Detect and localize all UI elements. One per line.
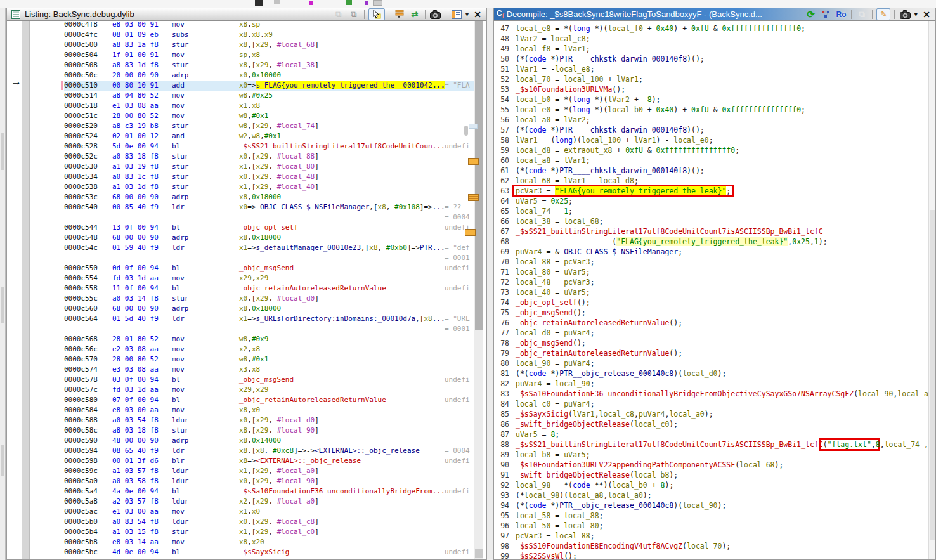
listing-row[interactable]: 0000c574e3 03 08 aamovx3,x8 [64, 365, 475, 375]
decompile-line[interactable]: 70local_88 = pcVar3; [494, 257, 929, 267]
decompile-line[interactable]: 48lVar2 = local_c8; [494, 34, 929, 44]
decompile-line[interactable]: 53_$s10Foundation3URLVMa(); [494, 84, 929, 94]
listing-row[interactable]: 0000c5a8a2 03 57 f8ldurx2,[x29, #local_a… [64, 497, 475, 507]
decompile-line[interactable]: 73local_40 = uVar5; [494, 287, 929, 297]
listing-row[interactable]: 0000c5500d 0f 00 94bl_objc_msgSendundefi [64, 263, 475, 273]
listing-scrollbar-thumb[interactable] [475, 21, 483, 330]
edit-pencil-icon[interactable]: ✎ [876, 8, 890, 20]
listing-row[interactable]: 0000c59ca1 03 57 f8ldurx1,[x29, #local_a… [64, 466, 475, 476]
re-decompile-icon[interactable]: ⟳ [804, 9, 817, 20]
decompile-line[interactable]: 58lVar1 = (long)(local_100 + lVar1) - lo… [494, 135, 929, 145]
listing-row[interactable]: 0000c56068 00 00 90adrpx8,0x18000 [64, 304, 475, 314]
decompile-line[interactable]: 85_$sSayxSicig(lVar1,local_c8,puVar4,loc… [494, 409, 929, 419]
listing-row[interactable]: 0000c57028 00 80 52movw8,#0x1 [64, 355, 475, 365]
decompile-line[interactable]: 61(*(code *)PTR____chkstk_darwin_000140f… [494, 166, 929, 176]
listing-row[interactable]: 0000c57cfd 03 1d aamovx29,x29 [64, 385, 475, 395]
close-decompile-button[interactable]: ✕ [920, 9, 933, 20]
listing-row[interactable]: 0000c514a8 04 80 52movw8,#0x25 [64, 91, 475, 101]
listing-row[interactable]: 0000c4fc08 01 09 ebsubsx8,x8,x9 [64, 30, 475, 40]
decompile-scrollbar-thumb[interactable] [930, 210, 935, 540]
decompile-line[interactable]: 77local_d0 = puVar4; [494, 328, 929, 338]
listing-row[interactable]: 0000c584e8 03 00 aamovx8,x0 [64, 405, 475, 415]
decompile-line[interactable]: 93(*local_98)(local_a8,local_a0); [494, 490, 929, 500]
decompile-line[interactable]: 60local_a8 = lVar1; [494, 155, 929, 166]
listing-row[interactable]: 0000c4f8e8 03 00 91movx8,sp [64, 21, 475, 30]
listing-row[interactable]: 0000c54868 00 00 90adrpx8,0x18000 [64, 233, 475, 243]
decompile-line[interactable]: 52local_70 = local_100 + lVar1; [494, 74, 929, 84]
listing-row[interactable]: 0000c508a8 83 1d f8sturx8,[x29, #local_3… [64, 60, 475, 70]
decompile-line[interactable]: 71local_80 = uVar5; [494, 267, 929, 277]
decompile-line[interactable]: 55local_e0 = *(long *)(local_b0 + 0x40) … [494, 105, 929, 115]
decompile-line[interactable]: 68 ("FLAG{you_remotely_triggered_the_lea… [494, 237, 929, 247]
decompile-line[interactable]: 95local_58 = local_88; [494, 511, 929, 521]
listing-comment-row[interactable]: = 0001 [64, 324, 475, 334]
rename-tool-icon[interactable]: Ro [835, 9, 847, 20]
decompile-line[interactable]: 76_objc_retainAutoreleasedReturnValue(); [494, 318, 929, 328]
listing-row[interactable]: 0000c530a1 03 19 f8sturx1,[x29, #local_8… [64, 162, 475, 172]
listing-row[interactable]: 0000c5a44a 0e 00 94bl_$sSa10FoundationE3… [64, 486, 475, 497]
listing-row[interactable]: 0000c5a0a0 03 58 f8ldurx0,[x29, #local_9… [64, 476, 475, 486]
listing-row[interactable]: 0000c56ce2 03 08 aamovx2,x8 [64, 344, 475, 355]
decompile-line[interactable]: 51lVar1 = -local_e8; [494, 64, 929, 74]
panel-divider[interactable] [487, 8, 493, 560]
decompile-line[interactable]: 98_$sSS10FoundationE8EncodingV4utf8ACvgZ… [494, 541, 929, 551]
close-listing-button[interactable]: ✕ [471, 9, 484, 20]
listing-row[interactable]: 0000c54413 0f 00 94bl_objc_opt_selfundef… [64, 223, 475, 233]
listing-row[interactable]: 0000c56401 5d 40 f9ldrx1=>s_URLsForDirec… [64, 314, 475, 324]
chevron-down-icon[interactable]: ▾ [465, 11, 469, 18]
listing-row[interactable]: 0000c520a8 c3 19 b8sturw8,[x29, #local_7… [64, 121, 475, 131]
decompile-line[interactable]: 94(*(code *)PTR__objc_release_000140c8)(… [494, 500, 929, 511]
decompile-line[interactable]: 82puVar4 = local_90; [494, 379, 929, 389]
listing-row[interactable]: 0000c51c28 00 80 52movw8,#0x1 [64, 111, 475, 121]
listing-titlebar[interactable]: Listing: BackSync.debug.dylib ⧉ ⧉ ⇄ ▾ ✕ [7, 8, 486, 21]
decompile-line[interactable]: 54local_b0 = *(long *)(lVar2 + -8); [494, 94, 929, 105]
listing-row[interactable]: 0000c54000 85 40 f9ldrx0=>_OBJC_CLASS_$_… [64, 202, 475, 212]
graph-icon[interactable] [819, 9, 832, 20]
decompile-line[interactable]: 56local_a0 = lVar2; [494, 115, 929, 125]
decompile-line[interactable]: 96local_50 = local_80; [494, 521, 929, 531]
listing-row[interactable]: 0000c52402 01 00 12andw2,w8,#0x1 [64, 131, 475, 141]
decompile-line[interactable]: 69puVar4 = &_OBJC_CLASS_$_NSFileManager; [494, 247, 929, 257]
listing-row[interactable]: 0000c53c68 00 00 90adrpx8,0x18000 [64, 192, 475, 202]
listing-row[interactable]: 0000c50c20 00 00 90adrpx0,0x10000 [64, 70, 475, 81]
listing-row[interactable]: 0000c5bc4d 0e 00 94bl_$sSayxSicigundefi [64, 547, 475, 557]
decompile-line[interactable]: 75_objc_msgSend(); [494, 308, 929, 318]
cursor-tool-button[interactable] [368, 8, 385, 20]
listing-row[interactable]: 0000c554fd 03 1d aamovx29,x29 [64, 273, 475, 283]
listing-comment-row[interactable]: = 0004 [64, 212, 475, 223]
listing-row[interactable]: 0000c538a1 03 1d f8sturx1,[x29, #local_4… [64, 182, 475, 192]
listing-row[interactable]: 0000c58ca8 03 18 f8sturx8,[x29, #local_9… [64, 426, 475, 436]
listing-row[interactable]: 0000c5ace1 03 00 aamovx1,x0 [64, 507, 475, 517]
decompile-line[interactable]: 50(*(code *)PTR____chkstk_darwin_000140f… [494, 54, 929, 64]
decompile-line[interactable]: 65local_74 = 1; [494, 206, 929, 216]
listing-row[interactable]: 0000c5041f 01 00 91movsp,x8 [64, 50, 475, 60]
copy-icon[interactable]: ⧉ [332, 9, 345, 20]
listing-row[interactable]: 0000c59408 65 40 f9ldrx8,[x8, #0xc8]=>->… [64, 446, 475, 456]
listing-row[interactable]: 0000c55ca0 03 14 f8sturx0,[x29, #local_d… [64, 294, 475, 304]
decompile-line[interactable]: 57(*(code *)PTR____chkstk_darwin_000140f… [494, 125, 929, 135]
listing-row[interactable]: 0000c5b8e8 03 14 aamovx8,x20 [64, 537, 475, 547]
listing-row[interactable]: 0000c55811 0f 00 94bl_objc_retainAutorel… [64, 283, 475, 294]
decompile-line[interactable]: 79_objc_retainAutoreleasedReturnValue(); [494, 348, 929, 358]
diff-view-icon[interactable] [450, 9, 463, 20]
edit-fields-icon[interactable]: ⇄ [408, 9, 421, 20]
decompile-line[interactable]: 78_objc_msgSend(); [494, 338, 929, 348]
listing-row[interactable]: 0000c5285d 0e 00 94bl_$sSS21_builtinStri… [64, 141, 475, 152]
listing-row[interactable]: 0000c52ca0 83 18 f8sturx0,[x29, #local_8… [64, 152, 475, 162]
decompile-line[interactable]: 86_swift_bridgeObjectRelease(local_c0); [494, 419, 929, 429]
decompile-line[interactable]: 91_swift_bridgeObjectRelease(local_b8); [494, 470, 929, 480]
decompile-line[interactable]: 99_$sS2SSysWl(); [494, 551, 929, 559]
listing-row[interactable]: 0000c5b0a0 83 54 f8ldurx0,[x29, #local_c… [64, 517, 475, 527]
decompile-line[interactable]: 89local_b8 = uVar5; [494, 450, 929, 460]
bookmark-marker-icon[interactable] [465, 229, 476, 236]
copy-icon[interactable]: ⧉ [855, 9, 868, 20]
decompile-line[interactable]: 66local_38 = local_68; [494, 216, 929, 226]
decompile-line[interactable]: 90_$s10Foundation3URLV22appendingPathCom… [494, 460, 929, 470]
paste-icon[interactable]: ⧉ [348, 9, 360, 20]
listing-row[interactable]: 0000c57803 0f 00 94bl_objc_msgSendundefi [64, 375, 475, 385]
listing-row[interactable]: 0000c59048 00 00 90adrpx8,0x14000 [64, 436, 475, 446]
bookmark-marker-icon[interactable] [468, 194, 479, 201]
chevron-down-icon[interactable]: ▾ [914, 10, 918, 18]
listing-row[interactable]: 0000c58007 0f 00 94bl_objc_retainAutorel… [64, 395, 475, 405]
listing-scrollbar[interactable] [474, 21, 483, 559]
